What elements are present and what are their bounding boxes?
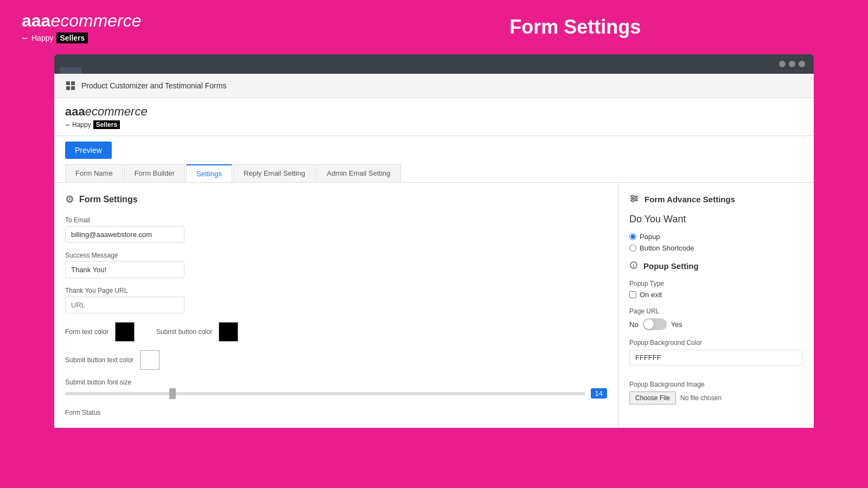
file-input-row: Choose File No file chosen xyxy=(629,391,803,404)
logo-tagline: ⌣ Happy Sellers xyxy=(22,32,142,43)
plugin-title: Product Customizer and Testimonial Forms xyxy=(81,81,226,90)
logo-sellers-badge: Sellers xyxy=(56,33,88,43)
success-message-label: Success Message xyxy=(65,252,607,259)
radio-button-shortcode[interactable]: Button Shortcode xyxy=(629,244,803,252)
app-logo-italic: ecommerce xyxy=(85,105,148,118)
font-size-label: Submit button font size xyxy=(65,378,607,386)
thank-you-url-label: Thank You Page URL xyxy=(65,287,607,294)
tab-form-name[interactable]: Form Name xyxy=(65,164,123,182)
plugin-header: Product Customizer and Testimonial Forms xyxy=(54,74,814,98)
tab-form-builder[interactable]: Form Builder xyxy=(124,164,185,182)
success-message-input[interactable] xyxy=(65,261,184,278)
font-size-group: Submit button font size 14 xyxy=(65,378,607,399)
tabs-nav: Form Name Form Builder Settings Reply Em… xyxy=(65,164,803,182)
svg-rect-1 xyxy=(71,81,75,85)
logo-smile-icon: ⌣ xyxy=(22,32,28,43)
logo-text: aaaecommerce xyxy=(22,11,142,31)
toggle-thumb xyxy=(644,319,654,329)
browser-dot-3 xyxy=(799,61,805,67)
page-url-toggle[interactable] xyxy=(643,318,667,330)
form-status-area: Form Status xyxy=(65,407,607,417)
page-url-group: Page URL No Yes xyxy=(629,307,803,330)
popup-type-group: Popup Type On exit xyxy=(629,280,803,299)
toggle-yes-label: Yes xyxy=(671,320,682,329)
no-file-text: No file chosen xyxy=(680,394,722,402)
app-tagline-text: Happy xyxy=(72,121,91,129)
tab-settings[interactable]: Settings xyxy=(186,164,232,182)
advance-icon xyxy=(629,194,639,205)
form-status-label: Form Status xyxy=(65,409,100,416)
popup-bg-image-group: Popup Background Image Choose File No fi… xyxy=(629,381,803,404)
svg-rect-0 xyxy=(66,81,70,85)
submit-button-text-color-swatch[interactable] xyxy=(140,350,159,370)
thank-you-url-group: Thank You Page URL xyxy=(65,287,607,313)
popup-bg-color-group: Popup Background Color xyxy=(629,339,803,372)
form-text-color-swatch[interactable] xyxy=(115,322,135,342)
browser-titlebar xyxy=(770,54,814,74)
plugin-icon xyxy=(65,80,76,91)
tab-admin-email[interactable]: Admin Email Setting xyxy=(316,164,400,182)
svg-point-9 xyxy=(631,200,634,202)
success-message-group: Success Message xyxy=(65,252,607,278)
slider-thumb[interactable] xyxy=(169,388,176,399)
on-exit-checkbox-item[interactable]: On exit xyxy=(629,291,803,299)
submit-button-color-label: Submit button color xyxy=(156,328,212,336)
popup-setting-title: Popup Setting xyxy=(629,261,803,271)
popup-bg-color-label: Popup Background Color xyxy=(629,339,803,346)
to-email-label: To Email xyxy=(65,216,607,224)
svg-rect-2 xyxy=(66,86,70,90)
page-url-toggle-row: No Yes xyxy=(629,318,803,330)
toggle-no-label: No xyxy=(629,320,639,329)
submit-button-text-color-item: Submit button text color xyxy=(65,350,159,370)
thank-you-url-input[interactable] xyxy=(65,297,184,313)
page-title: Form Settings xyxy=(304,16,846,38)
on-exit-checkbox[interactable] xyxy=(629,291,636,298)
top-header: aaaecommerce ⌣ Happy Sellers Form Settin… xyxy=(0,0,868,54)
main-content: ⚙ Form Settings To Email Success Message… xyxy=(54,183,814,428)
advance-panel-title: Form Advance Settings xyxy=(629,194,803,205)
submit-button-text-color-label: Submit button text color xyxy=(65,356,133,364)
logo-bold: aaa xyxy=(22,11,50,30)
browser-tabs-row xyxy=(54,54,814,74)
svg-point-7 xyxy=(631,195,634,197)
radio-popup[interactable]: Popup xyxy=(629,233,803,241)
tabs-area: Preview Form Name Form Builder Settings … xyxy=(54,136,814,183)
preview-button[interactable]: Preview xyxy=(65,142,112,159)
app-header: aaaecommerce ⌣ Happy Sellers xyxy=(54,98,814,136)
popup-bg-color-input[interactable] xyxy=(629,350,803,365)
slider-track[interactable] xyxy=(65,392,585,395)
browser-tab xyxy=(60,67,81,74)
popup-bg-image-label: Popup Background Image xyxy=(629,381,803,388)
to-email-input[interactable] xyxy=(65,226,184,243)
radio-shortcode-input[interactable] xyxy=(629,245,636,252)
form-settings-icon: ⚙ xyxy=(65,194,74,206)
advance-settings-panel: Form Advance Settings Do You Want Popup … xyxy=(618,183,814,428)
browser-window: Product Customizer and Testimonial Forms… xyxy=(54,54,814,428)
submit-button-color-item: Submit button color xyxy=(156,322,238,342)
browser-dot-1 xyxy=(779,61,786,67)
browser-dot-2 xyxy=(789,61,795,67)
svg-rect-3 xyxy=(71,86,75,90)
logo-italic: ecommerce xyxy=(50,11,141,30)
choose-file-button[interactable]: Choose File xyxy=(629,391,676,404)
form-text-color-item: Form text color xyxy=(65,322,135,342)
form-text-color-label: Form text color xyxy=(65,328,108,336)
slider-container: 14 xyxy=(65,388,607,399)
app-logo-smile-icon: ⌣ xyxy=(65,120,70,129)
svg-point-8 xyxy=(635,197,637,200)
to-email-group: To Email xyxy=(65,216,607,243)
radio-popup-input[interactable] xyxy=(629,233,636,240)
slider-value: 14 xyxy=(591,388,607,399)
popup-setting-icon xyxy=(629,261,638,271)
logo-tagline-text: Happy xyxy=(31,34,53,42)
app-logo-text: aaaecommerce xyxy=(65,105,803,119)
logo-area: aaaecommerce ⌣ Happy Sellers xyxy=(22,11,142,43)
form-settings-title: ⚙ Form Settings xyxy=(65,194,607,206)
app-logo-tagline: ⌣ Happy Sellers xyxy=(65,120,803,129)
popup-type-label: Popup Type xyxy=(629,280,803,287)
app-sellers-badge: Sellers xyxy=(93,120,120,129)
submit-button-color-swatch[interactable] xyxy=(219,322,238,342)
tab-reply-email[interactable]: Reply Email Setting xyxy=(233,164,315,182)
color-row-1: Form text color Submit button color xyxy=(65,322,607,342)
do-you-want-radio-group: Popup Button Shortcode xyxy=(629,233,803,252)
